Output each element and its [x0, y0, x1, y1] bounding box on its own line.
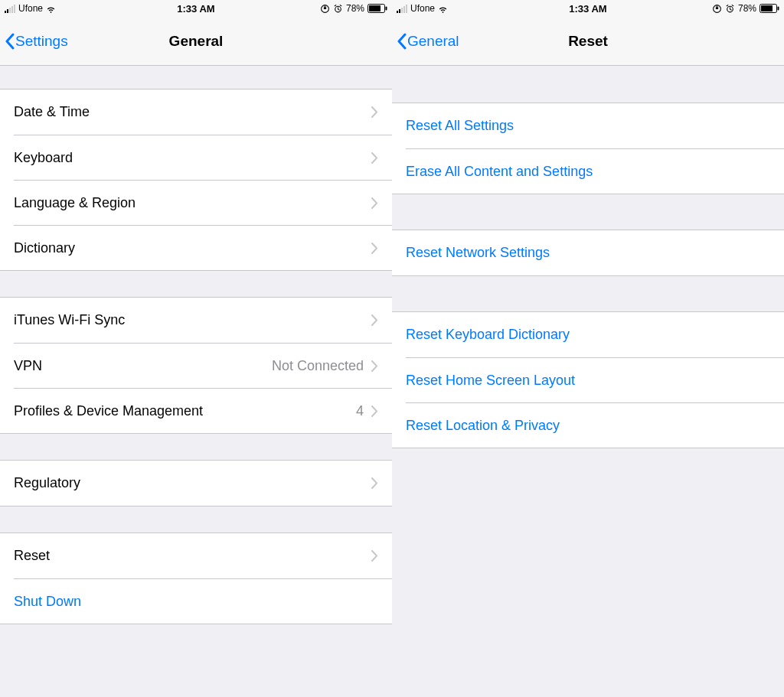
carrier-label: Ufone: [410, 3, 435, 14]
alarm-icon: [725, 4, 735, 14]
settings-row[interactable]: Reset Location & Privacy: [406, 402, 784, 448]
svg-rect-11: [778, 7, 779, 11]
settings-row[interactable]: Profiles & Device Management4: [14, 388, 392, 433]
alarm-icon: [333, 4, 343, 14]
svg-rect-7: [716, 7, 718, 9]
settings-row[interactable]: Reset Home Screen Layout: [406, 357, 784, 402]
chevron-right-icon: [371, 477, 378, 489]
row-label: Reset Location & Privacy: [406, 418, 560, 434]
svg-rect-5: [386, 7, 387, 11]
row-label: Reset Home Screen Layout: [406, 373, 575, 389]
chevron-right-icon: [371, 243, 378, 254]
settings-group: Reset All SettingsErase All Content and …: [392, 103, 784, 194]
settings-row[interactable]: Reset: [0, 533, 392, 578]
settings-row[interactable]: Date & Time: [0, 90, 392, 135]
orientation-lock-icon: [712, 4, 722, 14]
chevron-left-icon: [5, 33, 15, 50]
wifi-icon: [438, 4, 448, 14]
svg-rect-1: [324, 7, 326, 9]
battery-icon: [368, 4, 387, 13]
chevron-right-icon: [371, 405, 378, 417]
navigation-bar: General Reset: [392, 17, 784, 66]
settings-row[interactable]: Dictionary: [14, 225, 392, 270]
row-detail: Not Connected: [272, 358, 364, 374]
back-label: General: [407, 33, 459, 50]
back-button[interactable]: Settings: [0, 33, 68, 50]
orientation-lock-icon: [320, 4, 330, 14]
row-label: Shut Down: [14, 594, 81, 610]
wifi-icon: [46, 4, 56, 14]
row-label: VPN: [14, 358, 42, 374]
page-title: General: [169, 33, 224, 50]
settings-group: Reset Network Settings: [392, 230, 784, 276]
row-label: Reset Network Settings: [406, 245, 550, 261]
clock-label: 1:33 AM: [177, 3, 214, 15]
chevron-right-icon: [371, 550, 378, 562]
svg-rect-10: [761, 5, 773, 11]
clock-label: 1:33 AM: [569, 3, 606, 15]
screen-general: Ufone 1:33 AM 78%: [0, 0, 392, 697]
settings-list[interactable]: Date & TimeKeyboardLanguage & RegionDict…: [0, 66, 392, 697]
row-label: Date & Time: [14, 104, 90, 120]
settings-row[interactable]: Reset All Settings: [392, 103, 784, 148]
status-bar: Ufone 1:33 AM 78%: [0, 0, 392, 17]
chevron-right-icon: [371, 360, 378, 372]
settings-row[interactable]: VPNNot Connected: [14, 343, 392, 388]
settings-row[interactable]: iTunes Wi-Fi Sync: [0, 298, 392, 343]
back-label: Settings: [15, 33, 68, 50]
navigation-bar: Settings General: [0, 17, 392, 66]
settings-row[interactable]: Language & Region: [14, 180, 392, 225]
back-button[interactable]: General: [392, 33, 459, 50]
settings-group: iTunes Wi-Fi SyncVPNNot ConnectedProfile…: [0, 297, 392, 434]
status-bar: Ufone 1:33 AM 78%: [392, 0, 784, 17]
row-label: Reset: [14, 548, 50, 564]
settings-row[interactable]: Keyboard: [14, 135, 392, 180]
row-label: Profiles & Device Management: [14, 403, 203, 419]
row-label: iTunes Wi-Fi Sync: [14, 312, 125, 328]
chevron-right-icon: [371, 152, 378, 164]
page-title: Reset: [568, 33, 608, 50]
settings-group: Date & TimeKeyboardLanguage & RegionDict…: [0, 89, 392, 271]
settings-row[interactable]: Regulatory: [0, 461, 392, 506]
settings-group: Regulatory: [0, 460, 392, 506]
screen-reset: Ufone 1:33 AM 78%: [392, 0, 784, 697]
svg-rect-4: [369, 5, 381, 11]
row-label: Reset All Settings: [406, 118, 514, 134]
row-label: Reset Keyboard Dictionary: [406, 327, 570, 343]
settings-row[interactable]: Erase All Content and Settings: [406, 148, 784, 194]
row-label: Erase All Content and Settings: [406, 164, 593, 180]
settings-list[interactable]: Reset All SettingsErase All Content and …: [392, 66, 784, 697]
chevron-right-icon: [371, 314, 378, 326]
settings-group: Reset Keyboard DictionaryReset Home Scre…: [392, 311, 784, 448]
battery-percent-label: 78%: [738, 3, 756, 14]
row-label: Dictionary: [14, 240, 75, 256]
battery-percent-label: 78%: [346, 3, 364, 14]
settings-row[interactable]: Reset Keyboard Dictionary: [392, 312, 784, 357]
row-label: Regulatory: [14, 475, 80, 491]
row-label: Language & Region: [14, 195, 136, 211]
row-detail: 4: [356, 403, 364, 419]
chevron-right-icon: [371, 106, 378, 118]
settings-row[interactable]: Reset Network Settings: [392, 230, 784, 275]
chevron-right-icon: [371, 197, 378, 209]
carrier-label: Ufone: [18, 3, 43, 14]
cell-signal-icon: [5, 5, 15, 13]
row-label: Keyboard: [14, 150, 73, 166]
chevron-left-icon: [397, 33, 407, 50]
settings-group: ResetShut Down: [0, 533, 392, 624]
settings-row[interactable]: Shut Down: [14, 578, 392, 624]
cell-signal-icon: [397, 5, 407, 13]
battery-icon: [760, 4, 779, 13]
